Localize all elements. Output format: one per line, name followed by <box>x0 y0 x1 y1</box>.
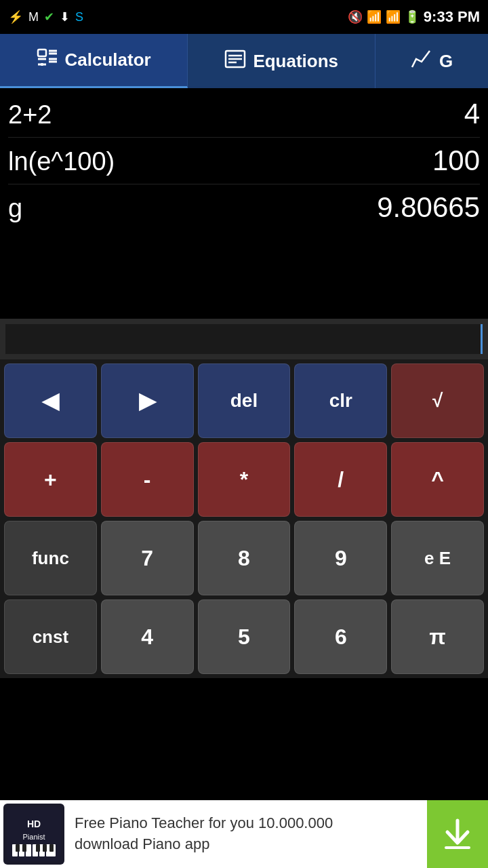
svg-rect-24 <box>36 844 40 852</box>
status-bar: ⚡ M ✔ ⬇ S 🔇 📶 📶 🔋 9:33 PM <box>0 0 488 34</box>
svg-text:Pianist: Pianist <box>22 833 45 841</box>
status-time: 9:33 PM <box>424 8 480 26</box>
ad-line2: download Piano app <box>75 834 420 855</box>
wifi-icon: 📶 <box>367 9 382 24</box>
7-button[interactable]: 7 <box>101 521 194 595</box>
divide-button[interactable]: / <box>294 442 387 517</box>
func-button[interactable]: func <box>4 521 97 595</box>
right-arrow-button[interactable]: ▶ <box>101 363 194 438</box>
display-row-1: 2+2 4 <box>8 94 480 134</box>
svg-rect-25 <box>43 844 47 852</box>
svg-rect-23 <box>22 844 26 852</box>
svg-rect-26 <box>49 844 54 852</box>
svg-rect-17 <box>26 844 31 856</box>
sqrt-button[interactable]: √ <box>391 363 484 438</box>
tab-equations[interactable]: Equations <box>188 34 375 88</box>
clear-button[interactable]: clr <box>294 363 387 438</box>
graph-icon <box>411 48 432 75</box>
battery-icon: 🔋 <box>405 9 420 24</box>
usb-icon: ⚡ <box>8 9 23 24</box>
separator-1 <box>8 137 480 138</box>
delete-button[interactable]: del <box>198 363 291 438</box>
tab-calculator[interactable]: Calculator <box>0 34 188 88</box>
4-button[interactable]: 4 <box>101 599 194 674</box>
keypad-row-1: ◀ ▶ del clr √ <box>4 363 484 438</box>
display-row-2: ln(e^100) 100 <box>8 140 480 181</box>
9-button[interactable]: 9 <box>294 521 387 595</box>
status-icons-left: ⚡ M ✔ ⬇ S <box>8 9 83 24</box>
skype-icon: S <box>75 10 83 24</box>
8-button[interactable]: 8 <box>198 521 291 595</box>
plus-button[interactable]: + <box>4 442 97 517</box>
status-icons-right: 🔇 📶 📶 🔋 9:33 PM <box>348 8 480 26</box>
result-2: 100 <box>432 144 480 177</box>
expr-1: 2+2 <box>8 100 52 130</box>
svg-rect-22 <box>16 844 20 852</box>
5-button[interactable]: 5 <box>198 599 291 674</box>
display-row-3: g 9.80665 <box>8 187 480 228</box>
keypad-row-3: func 7 8 9 e E <box>4 521 484 595</box>
cursor <box>481 324 483 354</box>
tab-equations-label: Equations <box>253 51 338 72</box>
svg-text:HD: HD <box>27 818 41 829</box>
calculator-display: 2+2 4 ln(e^100) 100 g 9.80665 <box>0 88 488 319</box>
calculator-icon <box>37 47 58 73</box>
tab-bar: Calculator Equations G <box>0 34 488 88</box>
const-button[interactable]: cnst <box>4 599 97 674</box>
ad-download-button[interactable] <box>427 800 488 868</box>
check-icon: ✔ <box>44 9 54 24</box>
keypad-row-4: cnst 4 5 6 π <box>4 599 484 674</box>
result-3: 9.80665 <box>377 191 480 224</box>
separator-2 <box>8 184 480 184</box>
ad-banner[interactable]: HD Pianist Free Piano Teacher for you 10… <box>0 800 488 868</box>
expr-3: g <box>8 194 22 223</box>
power-button[interactable]: ^ <box>391 442 484 517</box>
left-arrow-button[interactable]: ◀ <box>4 363 97 438</box>
tab-calculator-label: Calculator <box>65 50 151 71</box>
ad-text-area: Free Piano Teacher for you 10.000.000 do… <box>68 813 427 855</box>
6-button[interactable]: 6 <box>294 599 387 674</box>
signal-icon: 📶 <box>386 9 401 24</box>
result-1: 4 <box>464 98 480 130</box>
ad-icon: HD Pianist <box>3 804 64 865</box>
gmail-icon: M <box>28 10 39 24</box>
tab-graphs-label: G <box>439 51 453 72</box>
ad-line1: Free Piano Teacher for you 10.000.000 <box>75 813 420 834</box>
tab-graphs[interactable]: G <box>375 34 488 88</box>
input-area[interactable] <box>0 319 488 359</box>
calculator-keypad: ◀ ▶ del clr √ + - * / ^ func 7 8 9 e E c… <box>0 359 488 678</box>
minus-button[interactable]: - <box>101 442 194 517</box>
expression-input[interactable] <box>5 324 483 354</box>
svg-rect-0 <box>38 50 46 56</box>
expr-2: ln(e^100) <box>8 147 115 176</box>
dl-icon: ⬇ <box>60 9 70 24</box>
mute-icon: 🔇 <box>348 9 363 24</box>
multiply-button[interactable]: * <box>198 442 291 517</box>
pi-button[interactable]: π <box>391 599 484 674</box>
keypad-row-2: + - * / ^ <box>4 442 484 517</box>
e-button[interactable]: e E <box>391 521 484 595</box>
equations-icon <box>224 48 246 75</box>
